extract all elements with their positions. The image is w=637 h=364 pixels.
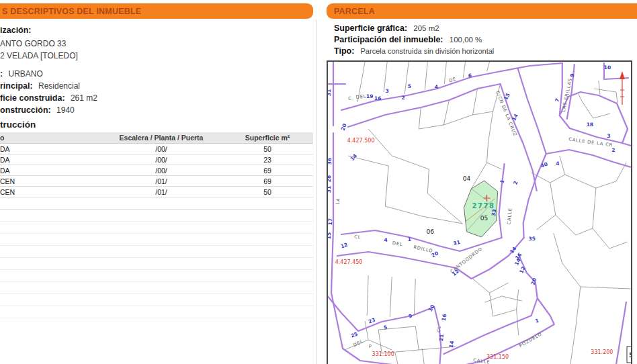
street-name: C. DEL <box>348 93 367 101</box>
empty-table-row <box>0 210 313 222</box>
house-number: 1 <box>408 236 411 242</box>
column-header-escalera-planta-puerta: Escalera / Planta / Puerta <box>101 134 222 142</box>
parcel-number: 06 <box>427 228 435 235</box>
house-number: 40 <box>540 161 548 169</box>
cadastral-map[interactable]: C. DELDEC/CN DE LA CRUZLAS ERILLASCALLE … <box>327 60 632 364</box>
left-section-title: S DESCRIPTIVOS DEL INMUEBLE <box>2 7 141 16</box>
built-area-value: 261 m2 <box>71 93 97 103</box>
house-number: 19 <box>366 93 373 99</box>
year-line: onstrucción: 1940 <box>0 105 75 115</box>
house-number: 9 <box>568 73 575 78</box>
graphic-area-label: Superficie gráfica: <box>334 24 407 33</box>
year-label: onstrucción: <box>0 105 51 115</box>
house-number: 14 <box>448 340 456 349</box>
table-row: DA /00/ 69 <box>0 165 313 176</box>
parcel-ref: 2778 <box>472 202 495 210</box>
house-number: 16 <box>441 314 448 322</box>
house-number: 12 <box>340 242 349 250</box>
coordinate-label: 4.427.500 <box>347 138 375 144</box>
cell-sup: 23 <box>222 156 313 164</box>
empty-table-row <box>0 306 313 318</box>
participation-value: 100,00 % <box>450 36 482 44</box>
cell-epp: /01/ <box>101 188 222 196</box>
empty-table-row <box>0 246 313 258</box>
address-town: 2 VELADA [TOLEDO] <box>0 51 78 60</box>
class-label: : <box>0 69 3 79</box>
house-number: 15 <box>328 232 332 239</box>
house-number: 25 <box>350 331 359 339</box>
block-outline-west <box>328 62 392 364</box>
construction-table: o Escalera / Planta / Puerta Superficie … <box>0 132 313 318</box>
column-header-uso: o <box>0 134 101 142</box>
empty-table-row <box>0 258 313 270</box>
street-name: LA <box>335 197 341 205</box>
scale-label: 5 <box>629 353 631 359</box>
house-number: 2 <box>402 95 405 101</box>
type-label: Tipo: <box>334 46 354 56</box>
house-number: 10 <box>427 304 436 313</box>
house-number: 5 <box>383 324 388 331</box>
house-number: 17 <box>328 218 333 225</box>
parcel-number: 05 <box>480 215 488 222</box>
participation-label: Participación del inmueble: <box>334 35 443 44</box>
cell-epp: /00/ <box>101 145 222 153</box>
north-marker-icon <box>620 71 625 105</box>
house-number: 21 <box>438 334 445 341</box>
house-number: 6 <box>468 73 472 79</box>
house-number: 3 <box>607 133 610 139</box>
cell-uso: DA <box>0 145 101 153</box>
cell-sup: 69 <box>222 167 313 175</box>
table-header-row: o Escalera / Planta / Puerta Superficie … <box>0 132 313 144</box>
empty-table-row <box>0 270 313 282</box>
cell-sup: 69 <box>222 177 313 185</box>
parcel-lines-cantogordo-south <box>472 279 521 335</box>
house-number: 16 <box>374 95 381 101</box>
house-number: 4 <box>556 161 559 167</box>
empty-table-row <box>0 234 313 246</box>
house-number: 4 <box>435 84 438 90</box>
parcel-lines-northeast <box>579 81 618 118</box>
cell-uso: CEN <box>0 177 101 185</box>
house-number: 23 <box>368 317 376 325</box>
type-value: Parcela construida sin división horizont… <box>361 47 495 55</box>
address-street: ANTO GORDO 33 <box>0 39 66 48</box>
house-number: 3 <box>386 88 389 94</box>
house-number: 33 <box>491 209 498 217</box>
cell-uso: DA <box>0 167 101 175</box>
table-row: DA /00/ 23 <box>0 154 313 165</box>
cell-sup: 50 <box>222 145 313 153</box>
panel-divider <box>316 19 316 364</box>
house-number: 20 <box>529 277 538 286</box>
type-line: Tipo: Parcela construida sin división ho… <box>334 46 494 56</box>
parcel-lines-upper-mid <box>419 84 501 189</box>
parcel-number: 04 <box>463 175 471 182</box>
house-number: 20 <box>340 123 348 132</box>
street-name: DEL <box>392 240 403 248</box>
house-number: 28 <box>328 175 332 182</box>
cell-epp: /01/ <box>101 177 222 185</box>
year-value: 1940 <box>56 105 75 115</box>
street-name: CL <box>436 325 442 332</box>
built-area-line: ficie construida: 261 m2 <box>0 93 97 103</box>
address-line-2: 2 VELADA [TOLEDO] <box>0 51 78 60</box>
street-name: CALLE <box>507 208 513 225</box>
use-value: Residencial <box>38 81 80 91</box>
class-value: URBANO <box>9 69 43 79</box>
street-name: DEL <box>352 338 364 348</box>
parcel-lines-east <box>532 156 628 248</box>
house-number: 9 <box>408 313 413 320</box>
parcel-section-title: PARCELA <box>334 7 375 16</box>
street-name: P <box>369 344 372 349</box>
coordinate-label: 331.100 <box>372 351 394 357</box>
use-line: rincipal: Residencial <box>0 81 80 91</box>
house-number: 31 <box>328 186 332 193</box>
street-name: POZUELO <box>518 331 543 349</box>
block-outline-cruz-street <box>501 69 546 191</box>
coordinate-label: 331.200 <box>591 349 613 355</box>
house-number: 36 <box>328 158 333 165</box>
empty-table-row <box>0 197 313 210</box>
graphic-area-line: Superficie gráfica: 205 m2 <box>334 24 439 33</box>
house-number: 18 <box>587 122 593 128</box>
column-header-superficie: Superficie m² <box>222 134 313 142</box>
table-row: DA /00/ 50 <box>0 144 313 154</box>
